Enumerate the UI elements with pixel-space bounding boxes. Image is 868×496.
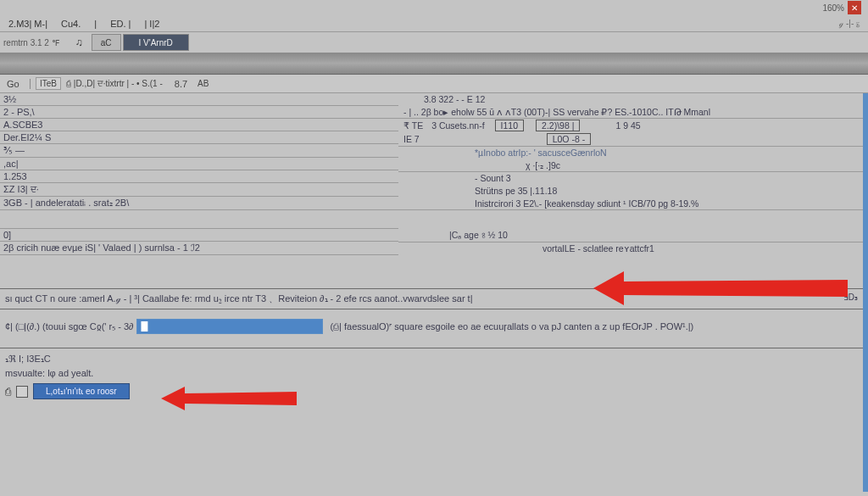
row-label-frac: ⅗ —	[0, 144, 398, 158]
row-label-ps: 2 - PS,\	[0, 106, 398, 119]
menu-item-4[interactable]: ED. |	[105, 17, 136, 31]
right-header-numbers: 3.8 322 - - Ε 12	[398, 93, 863, 106]
print-icon[interactable]: ⎙	[5, 386, 11, 398]
row-label-1253: 1.253	[0, 170, 398, 183]
menu-bar: 2.M3| M-| Cu4. | ED. | | I|2 ℊ -|- ᵹ	[0, 15, 868, 32]
right-row-3: IE 7 L0O -8 -	[398, 132, 863, 147]
row-label-sigma: ΣZ I3| ਦ·	[0, 183, 398, 197]
menu-item-3[interactable]: |	[89, 17, 102, 31]
menu-item-2[interactable]: Cu4.	[56, 17, 86, 31]
r3-left: IE 7	[403, 134, 420, 144]
row-label-blank	[0, 210, 398, 229]
tab-1[interactable]: aC	[92, 34, 121, 51]
row-label-scbe3: A.SCBE3	[0, 119, 398, 131]
right-row-6: - Sount 3	[398, 172, 863, 185]
left-label-column: 3½ 2 - PS,\ A.SCBE3 Der.EI2¼ S ⅗ — ,ac| …	[0, 93, 398, 255]
row-label-dere: Der.EI2¼ S	[0, 131, 398, 144]
search-input-row: ¢| (□|(∂.) (touui sgœ Cჲ(' r₅ - 3∂ (⎙| f…	[0, 315, 863, 337]
row-header-0: 3½	[0, 93, 398, 106]
formula-bar: Go ITeB ⎙ |D.,D| ਦ·tixtrtr | - • S.(1 - …	[0, 75, 868, 93]
right-row-4: *µInobo atrIp:- ' sacusceGænrloN	[398, 147, 863, 159]
primary-text-input[interactable]	[136, 319, 323, 334]
menu-item-5[interactable]: | I|2	[139, 17, 164, 31]
checkbox[interactable]	[16, 386, 28, 398]
value-box-1[interactable]: I110	[495, 120, 524, 131]
music-icon: ♫	[69, 36, 90, 48]
value-box-3[interactable]: L0O -8 -	[547, 133, 592, 145]
long-description-row: sı quct CT n oure :amerl A.ℊ - | ³| Caal…	[0, 288, 863, 309]
bottom-message: msvualte: lφ ad yealt.	[5, 368, 858, 378]
cell-reference[interactable]: Go	[7, 79, 31, 89]
zoom-percent: 160%	[822, 3, 844, 13]
input-suffix: (⎙| faessualO)ʳ square esgoile eo ae ecu…	[330, 321, 693, 332]
right-row-1: - | .. 2β bo▸ eholw 55 ū ʌ ʌT3 (00T)-| S…	[398, 106, 863, 119]
r2-right-nums: 1 9 45	[615, 120, 640, 131]
tab-row: remtrn 3.1 2 ℉ ♫ aC I V'ArnrD	[0, 32, 868, 53]
r2-custom: 3 Cusets.nn-f	[431, 120, 484, 131]
formula-number: 8.7	[168, 79, 187, 89]
input-prefix: ¢| (□|(∂.) (touui sgœ Cჲ(' r₅ - 3∂	[5, 321, 133, 332]
right-row-5: χ ·[·₂ .]9c	[398, 159, 863, 172]
row-label-long-2b: 2β cricih nuæ evµe iS| ' Valaed | ) surn…	[0, 242, 398, 255]
titlebar: 160% ✕	[0, 0, 868, 15]
right-row-9: |Cₐ age ৪ ½ 10	[398, 229, 863, 242]
far-right-code: ℲD₃	[843, 293, 858, 302]
right-row-2: ₹ TE 3 Cusets.nn-f I110 2.2)\98 | 1 9 45	[398, 119, 863, 132]
toolbar-strip	[0, 53, 868, 75]
right-data-panel: 3.8 322 - - Ε 12 - | .. 2β bo▸ eholw 55 …	[398, 93, 863, 255]
right-row-10: vortalLE - sclatlee reʏattcfr1	[398, 242, 863, 255]
bottom-section-label: ₁ℜ Ι; I3E₁C	[5, 354, 858, 365]
bottom-section: ₁ℜ Ι; I3E₁C msvualte: lφ ad yealt. ⎙ L,o…	[0, 348, 863, 404]
tab-left-label: remtrn 3.1 2 ℉	[3, 38, 67, 47]
formula-mini-buttons: ⎙ |D.,D| ਦ·tixtrtr | - • S.(1 -	[66, 79, 163, 89]
sheet-area: 3½ 2 - PS,\ A.SCBE3 Der.EI2¼ S ⅗ — ,ac| …	[0, 93, 868, 492]
right-row-8: Inistrcirori 3 E2\.- [keakensday sdiunt …	[398, 198, 863, 210]
formula-mode: AB	[192, 79, 209, 88]
value-box-2[interactable]: 2.2)\98 |	[536, 120, 580, 131]
fx-button[interactable]: ITeB	[36, 77, 61, 90]
menu-right-text: ℊ -|- ᵹ	[834, 17, 865, 31]
row-label-0bracket: 0]	[0, 229, 398, 242]
menu-item-1[interactable]: 2.M3| M-|	[3, 17, 53, 31]
right-row-7: Strütns pe 35 |.11.18	[398, 185, 863, 198]
close-button[interactable]: ✕	[848, 1, 861, 14]
row-label-3gb: 3GB - | andeleratatiᵢ . srat₂ 2B\	[0, 197, 398, 210]
row-label-ac: ,ac|	[0, 158, 398, 170]
primary-action-button[interactable]: L,ot₁ı'nı'ıtɩ eo roosr	[33, 383, 130, 399]
tab-2-active[interactable]: I V'ArnrD	[123, 34, 189, 51]
r2-left: ₹ TE	[403, 120, 423, 131]
